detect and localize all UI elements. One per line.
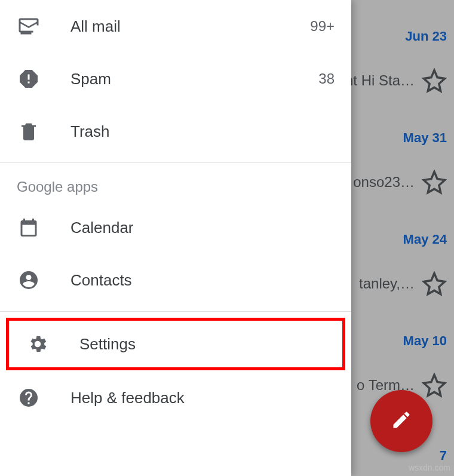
navigation-drawer: All mail 99+ Spam 38 Trash Google apps C… <box>0 0 351 476</box>
contacts-icon <box>17 268 41 292</box>
drawer-item-count: 99+ <box>310 18 335 35</box>
all-mail-icon <box>17 14 41 38</box>
drawer-item-label: All mail <box>70 17 280 36</box>
drawer-section-header-google-apps: Google apps <box>0 168 351 201</box>
drawer-item-label: Contacts <box>70 271 335 290</box>
settings-icon <box>26 332 50 356</box>
pencil-icon <box>391 409 412 433</box>
compose-fab[interactable] <box>370 390 432 452</box>
drawer-item-count: 38 <box>318 70 335 87</box>
drawer-item-label: Spam <box>70 70 289 88</box>
drawer-item-spam[interactable]: Spam 38 <box>0 53 351 105</box>
drawer-divider <box>0 162 351 163</box>
drawer-item-label: Settings <box>79 335 326 354</box>
watermark: wsxdn.com <box>409 463 450 472</box>
calendar-icon <box>17 216 41 239</box>
drawer-item-calendar[interactable]: Calendar <box>0 201 351 254</box>
drawer-item-label: Calendar <box>70 219 335 237</box>
drawer-item-contacts[interactable]: Contacts <box>0 254 351 306</box>
drawer-item-label: Trash <box>70 122 335 141</box>
drawer-item-all-mail[interactable]: All mail 99+ <box>0 0 351 53</box>
drawer-item-settings[interactable]: Settings <box>6 318 345 370</box>
help-icon <box>17 386 41 410</box>
trash-icon <box>17 119 41 143</box>
drawer-item-help[interactable]: Help & feedback <box>0 371 351 424</box>
drawer-item-trash[interactable]: Trash <box>0 105 351 158</box>
spam-icon <box>17 67 41 91</box>
drawer-divider <box>0 311 351 312</box>
drawer-item-label: Help & feedback <box>70 389 335 407</box>
